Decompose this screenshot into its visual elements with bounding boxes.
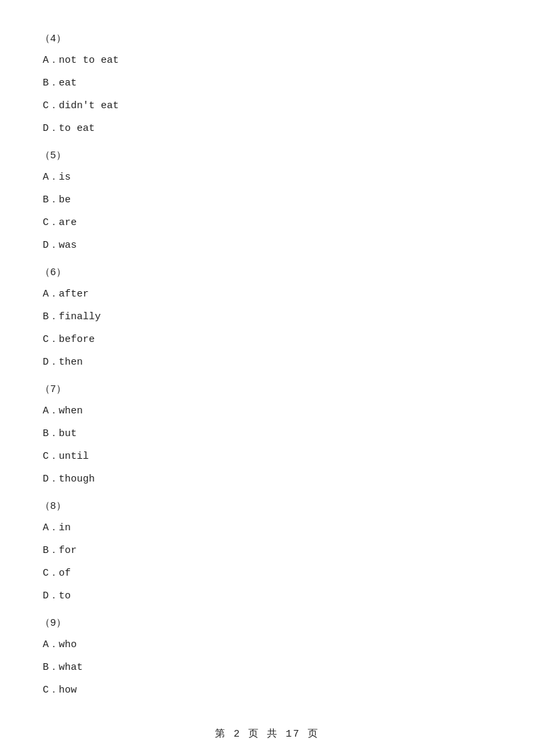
- option-q7-a[interactable]: A．when: [40, 403, 494, 419]
- option-q7-b[interactable]: B．but: [40, 426, 494, 442]
- option-q5-d[interactable]: D．was: [40, 238, 494, 254]
- option-q5-a[interactable]: A．is: [40, 170, 494, 186]
- option-q6-b[interactable]: B．finally: [40, 309, 494, 325]
- question-number-q4: （4）: [40, 32, 494, 45]
- option-q4-a[interactable]: A．not to eat: [40, 53, 494, 69]
- option-q6-c[interactable]: C．before: [40, 332, 494, 348]
- question-number-q7: （7）: [40, 383, 494, 395]
- option-q6-a[interactable]: A．after: [40, 287, 494, 303]
- option-q6-d[interactable]: D．then: [40, 355, 494, 371]
- option-q9-c[interactable]: C．how: [40, 683, 494, 699]
- question-number-q5: （5）: [40, 149, 494, 162]
- question-number-q9: （9）: [40, 616, 494, 629]
- option-q8-c[interactable]: C．of: [40, 566, 494, 582]
- option-q8-d[interactable]: D．to: [40, 588, 494, 604]
- main-content: （4）A．not to eatB．eatC．didn't eatD．to eat…: [0, 0, 534, 745]
- option-q8-b[interactable]: B．for: [40, 543, 494, 559]
- option-q5-c[interactable]: C．are: [40, 215, 494, 231]
- option-q4-b[interactable]: B．eat: [40, 75, 494, 91]
- option-q4-c[interactable]: C．didn't eat: [40, 98, 494, 114]
- option-q7-d[interactable]: D．though: [40, 471, 494, 488]
- footer-text: 第 2 页 共 17 页: [215, 729, 319, 740]
- option-q9-b[interactable]: B．what: [40, 660, 494, 676]
- question-number-q6: （6）: [40, 266, 494, 278]
- page-footer: 第 2 页 共 17 页: [0, 727, 534, 740]
- question-number-q8: （8）: [40, 500, 494, 512]
- option-q8-a[interactable]: A．in: [40, 520, 494, 536]
- option-q4-d[interactable]: D．to eat: [40, 121, 494, 137]
- option-q9-a[interactable]: A．who: [40, 637, 494, 653]
- option-q7-c[interactable]: C．until: [40, 449, 494, 465]
- option-q5-b[interactable]: B．be: [40, 192, 494, 208]
